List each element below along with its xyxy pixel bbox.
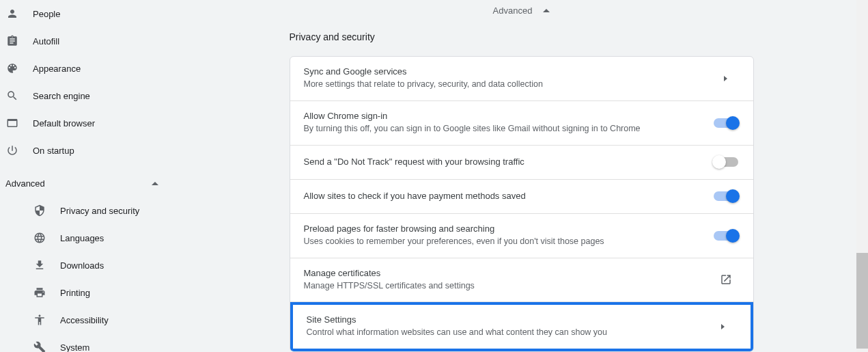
sidebar-item-label: Autofill: [33, 36, 59, 46]
sidebar-advanced-toggle[interactable]: Advanced: [0, 170, 175, 197]
row-title: Site Settings: [307, 314, 710, 325]
chevron-up-icon: [152, 182, 158, 185]
sidebar-item-label: Search engine: [33, 91, 90, 101]
sidebar-item-on-startup[interactable]: On startup: [0, 137, 175, 164]
row-preload-pages[interactable]: Preload pages for faster browsing and se…: [290, 214, 753, 258]
row-title: Preload pages for faster browsing and se…: [304, 224, 712, 234]
sidebar-item-label: Privacy and security: [60, 206, 139, 216]
settings-card: Sync and Google services More settings t…: [290, 56, 754, 352]
sidebar-item-label: People: [33, 9, 60, 19]
accessibility-icon: [33, 313, 46, 327]
print-icon: [33, 286, 46, 299]
sidebar-item-label: Languages: [60, 233, 104, 243]
chevron-right-icon: [710, 324, 737, 329]
search-icon: [5, 89, 19, 103]
row-subtitle: Control what information websites can us…: [307, 326, 710, 339]
toggle-do-not-track[interactable]: [714, 157, 738, 167]
sidebar-section-label: Advanced: [5, 178, 45, 189]
row-subtitle: Manage HTTPS/SSL certificates and settin…: [304, 280, 712, 293]
row-title: Send a "Do Not Track" request with your …: [304, 157, 712, 167]
sidebar-item-appearance[interactable]: Appearance: [0, 55, 175, 82]
shield-icon: [33, 204, 46, 217]
palette-icon: [5, 62, 19, 75]
sidebar-item-label: System: [60, 342, 89, 353]
sidebar-item-label: On startup: [33, 146, 74, 156]
sidebar-item-people[interactable]: People: [0, 0, 175, 27]
sidebar-item-default-browser[interactable]: Default browser: [0, 109, 175, 137]
toggle-preload[interactable]: [714, 231, 738, 241]
sidebar-item-printing[interactable]: Printing: [27, 279, 175, 306]
row-title: Allow Chrome sign-in: [304, 111, 712, 121]
toggle-chrome-signin[interactable]: [714, 118, 738, 128]
row-manage-certificates[interactable]: Manage certificates Manage HTTPS/SSL cer…: [290, 258, 753, 303]
person-icon: [5, 7, 19, 21]
power-icon: [5, 144, 19, 157]
sidebar-item-label: Default browser: [33, 118, 95, 128]
scrollbar-track[interactable]: [856, 0, 868, 352]
toggle-payment-check[interactable]: [714, 191, 738, 201]
row-title: Sync and Google services: [304, 66, 712, 77]
row-subtitle: More settings that relate to privacy, se…: [304, 78, 712, 91]
advanced-header-label: Advanced: [493, 5, 533, 16]
browser-icon: [5, 116, 19, 130]
sidebar-item-autofill[interactable]: Autofill: [0, 27, 175, 55]
sidebar-item-label: Appearance: [33, 64, 81, 74]
wrench-icon: [33, 340, 46, 352]
sidebar-item-accessibility[interactable]: Accessibility: [27, 306, 175, 334]
row-chrome-signin[interactable]: Allow Chrome sign-in By turning this off…: [290, 101, 753, 146]
row-title: Manage certificates: [304, 268, 712, 278]
chevron-right-icon: [712, 76, 740, 81]
row-sync-services[interactable]: Sync and Google services More settings t…: [290, 57, 753, 101]
main-content: Advanced Privacy and security Sync and G…: [175, 0, 868, 352]
sidebar-item-downloads[interactable]: Downloads: [27, 252, 175, 279]
download-icon: [33, 258, 46, 272]
sidebar-item-label: Accessibility: [60, 315, 109, 325]
chevron-up-icon: [543, 9, 550, 12]
sidebar: People Autofill Appearance Search engine…: [0, 0, 175, 352]
scrollbar-thumb[interactable]: [856, 253, 868, 349]
clipboard-icon: [5, 34, 19, 48]
row-site-settings[interactable]: Site Settings Control what information w…: [290, 302, 753, 351]
advanced-section-header[interactable]: Advanced: [175, 0, 868, 21]
sidebar-item-label: Printing: [60, 288, 90, 298]
globe-icon: [33, 231, 46, 245]
sidebar-item-languages[interactable]: Languages: [27, 224, 175, 252]
row-title: Allow sites to check if you have payment…: [304, 191, 712, 201]
external-link-icon: [712, 273, 740, 286]
sidebar-item-system[interactable]: System: [27, 334, 175, 352]
row-do-not-track[interactable]: Send a "Do Not Track" request with your …: [290, 146, 753, 180]
row-subtitle: By turning this off, you can sign in to …: [304, 122, 712, 135]
section-title: Privacy and security: [290, 21, 754, 56]
sidebar-item-label: Downloads: [60, 260, 104, 271]
sidebar-item-search-engine[interactable]: Search engine: [0, 82, 175, 109]
row-payment-check[interactable]: Allow sites to check if you have payment…: [290, 180, 753, 214]
sidebar-item-privacy[interactable]: Privacy and security: [27, 197, 175, 224]
row-subtitle: Uses cookies to remember your preference…: [304, 235, 712, 248]
